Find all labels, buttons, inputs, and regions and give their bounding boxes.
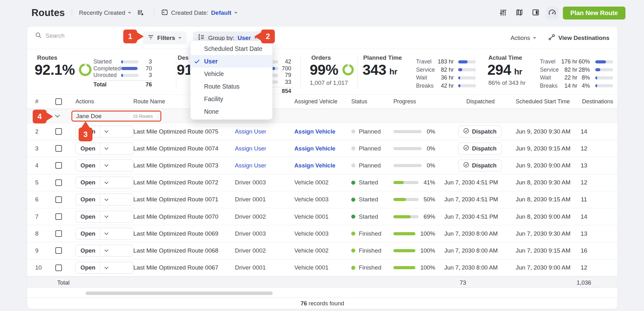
- open-menu-button[interactable]: [100, 262, 112, 273]
- row-checkbox[interactable]: [55, 265, 62, 271]
- actions-button[interactable]: Actions: [510, 35, 536, 41]
- open-button[interactable]: Open: [76, 245, 100, 256]
- assign-vehicle-link[interactable]: Assign Vehicle: [294, 145, 336, 152]
- group-collapse-chevron-icon[interactable]: [55, 113, 60, 118]
- dispatched-time: Jun 7, 2030 4:51 PM: [444, 179, 498, 186]
- open-button[interactable]: Open: [76, 143, 100, 154]
- side-panel-button[interactable]: [530, 7, 542, 19]
- row-cell-status: Started: [344, 179, 388, 186]
- row-cell-assigned-vehicle: Vehicle 0003: [287, 196, 344, 203]
- open-menu-button[interactable]: [100, 126, 112, 137]
- open-menu-button[interactable]: [100, 143, 112, 154]
- header-destinations: Destinations: [574, 98, 611, 105]
- row-checkbox[interactable]: [55, 145, 62, 152]
- stat-bar: [458, 76, 476, 79]
- open-menu-button[interactable]: [100, 194, 112, 205]
- route-name: Last Mile Optimized Route 0072: [133, 179, 218, 186]
- open-button[interactable]: Open: [76, 194, 100, 205]
- filters-button[interactable]: Filters: [142, 31, 186, 44]
- header-progress: Progress: [388, 98, 435, 105]
- open-button[interactable]: Open: [76, 160, 100, 171]
- scheduled-start-time: Jun 7, 2030 9:00 AM: [516, 264, 570, 271]
- row-cell-assigned-user: Driver 0001: [228, 264, 287, 271]
- created-date-filter[interactable]: Created Date: Default: [161, 8, 237, 17]
- open-menu-button[interactable]: [100, 245, 112, 256]
- status-label: Planned: [359, 145, 381, 152]
- row-cell-progress: 0%: [388, 145, 435, 152]
- select-all-checkbox[interactable]: [55, 98, 62, 105]
- stat-planned-label: Planned Time: [363, 54, 402, 61]
- menu-item-facility[interactable]: Facility: [191, 93, 272, 105]
- stat-breakdown-label: Travel: [416, 58, 436, 65]
- menu-item-scheduled-start-date[interactable]: Scheduled Start Date: [191, 42, 272, 55]
- menu-item-none[interactable]: None: [191, 105, 272, 118]
- chevron-down-icon: [128, 12, 131, 14]
- assigned-user: Driver 0002: [235, 213, 266, 220]
- menu-item-route-status[interactable]: Route Status: [191, 80, 272, 93]
- open-split-button: Open: [75, 194, 133, 205]
- open-menu-button[interactable]: [100, 228, 112, 239]
- row-cell-num: 7: [35, 213, 51, 220]
- search-box[interactable]: [35, 32, 112, 40]
- open-button[interactable]: Open: [76, 262, 100, 273]
- row-checkbox[interactable]: [55, 196, 62, 203]
- progress-label: 100%: [420, 230, 435, 237]
- sort-dropdown[interactable]: Recently Created: [79, 9, 131, 16]
- assign-vehicle-link[interactable]: Assign Vehicle: [294, 162, 336, 169]
- stat-bar: [458, 68, 476, 71]
- dispatch-button[interactable]: Dispatch: [458, 143, 502, 155]
- row-cell-num: 8: [35, 230, 51, 237]
- open-button[interactable]: Open: [76, 228, 100, 239]
- map-button[interactable]: [513, 7, 526, 19]
- row-checkbox[interactable]: [55, 230, 62, 237]
- columns-settings-button[interactable]: [134, 7, 147, 19]
- assign-user-link[interactable]: Assign User: [235, 162, 266, 169]
- horizontal-scrollbar[interactable]: [86, 292, 273, 295]
- stat-breakdown-pct: 60%: [577, 58, 590, 65]
- menu-item-label: None: [204, 108, 219, 115]
- stat-routes-label: Routes: [37, 54, 57, 61]
- open-split-button: Open: [75, 143, 133, 155]
- stat-breakdown-row: Wait22 hr8%: [540, 74, 613, 82]
- header-actions: Actions: [71, 98, 133, 105]
- annotation-badge-3: 3: [79, 128, 92, 141]
- chevron-down-icon: [104, 129, 108, 133]
- view-destinations-button[interactable]: View Destinations: [548, 34, 609, 42]
- row-checkbox[interactable]: [55, 247, 62, 254]
- view-destinations-label: View Destinations: [558, 35, 609, 41]
- row-cell-assigned-user: Driver 0002: [228, 247, 287, 254]
- assign-user-link[interactable]: Assign User: [235, 145, 266, 152]
- row-cell-destinations: 12: [574, 145, 611, 152]
- row-cell-destinations: 14: [574, 128, 611, 135]
- row-cell-dispatched: Jun 7, 2030 4:51 PM: [435, 213, 506, 220]
- dashboard-button[interactable]: [546, 7, 558, 19]
- row-cell-progress: 0%: [388, 162, 435, 169]
- row-checkbox[interactable]: [55, 162, 62, 169]
- scheduled-start-time: Jun 8, 2030 9:15 AM: [516, 196, 570, 203]
- open-button[interactable]: Open: [76, 177, 100, 188]
- route-name: Last Mile Optimized Route 0069: [133, 230, 218, 237]
- stat-breakdown-pct: 4%: [577, 83, 590, 89]
- assign-vehicle-link[interactable]: Assign Vehicle: [294, 128, 336, 135]
- row-checkbox[interactable]: [55, 179, 62, 186]
- open-menu-button[interactable]: [100, 160, 112, 171]
- menu-item-vehicle[interactable]: Vehicle: [191, 68, 272, 80]
- table-row: 6OpenLast Mile Optimized Route 0071Drive…: [27, 191, 617, 208]
- row-checkbox[interactable]: [55, 213, 62, 220]
- menu-item-user[interactable]: User: [191, 55, 272, 68]
- sliders-button[interactable]: [497, 7, 509, 19]
- open-menu-button[interactable]: [100, 177, 112, 188]
- dispatch-button[interactable]: Dispatch: [458, 160, 502, 172]
- route-name: Last Mile Optimized Route 0067: [133, 264, 218, 271]
- search-input[interactable]: [46, 32, 112, 39]
- dispatch-button[interactable]: Dispatch: [458, 126, 502, 138]
- open-button[interactable]: Open: [76, 211, 100, 222]
- plan-new-route-button[interactable]: Plan New Route: [563, 7, 625, 19]
- assign-user-link[interactable]: Assign User: [235, 128, 266, 135]
- dispatch-button-label: Dispatch: [472, 128, 497, 135]
- row-checkbox[interactable]: [55, 128, 62, 135]
- open-menu-button[interactable]: [100, 211, 112, 222]
- row-number: 7: [35, 213, 38, 220]
- menu-item-label: Route Status: [204, 83, 240, 90]
- row-cell-route-name: Last Mile Optimized Route 0067: [133, 264, 228, 271]
